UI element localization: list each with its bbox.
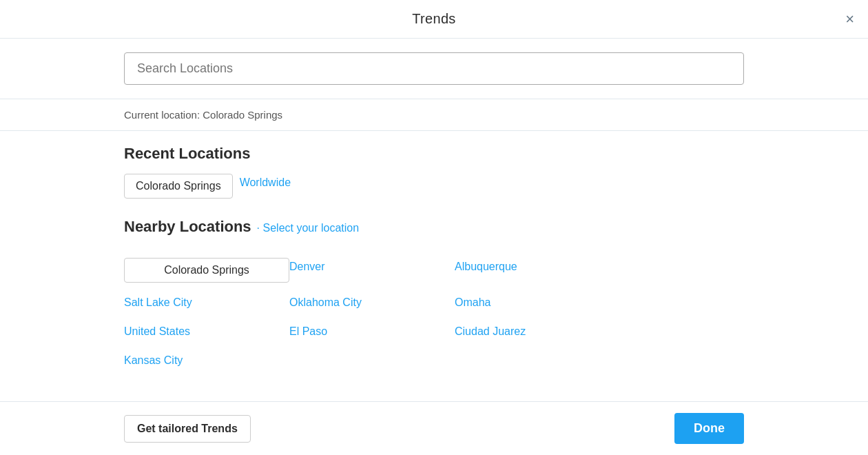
- nearby-location-el-paso[interactable]: El Paso: [289, 323, 455, 341]
- nearby-section: Nearby Locations · Select your location …: [124, 218, 744, 370]
- nearby-location-albuquerque[interactable]: Albuquerque: [455, 258, 620, 283]
- current-location-bar: Current location: Colorado Springs: [0, 99, 868, 131]
- close-button[interactable]: ×: [845, 12, 854, 27]
- modal-title: Trends: [412, 11, 455, 27]
- recent-location-tags: Colorado Springs Worldwide: [124, 174, 744, 199]
- nearby-location-denver[interactable]: Denver: [289, 258, 455, 283]
- nearby-location-salt-lake-city[interactable]: Salt Lake City: [124, 294, 289, 312]
- search-area: [0, 39, 868, 99]
- nearby-location-kansas-city[interactable]: Kansas City: [124, 352, 289, 370]
- recent-section-title: Recent Locations: [124, 145, 744, 163]
- modal-header: Trends ×: [0, 0, 868, 39]
- trends-modal: Trends × Current location: Colorado Spri…: [0, 0, 868, 455]
- nearby-location-colorado-springs[interactable]: Colorado Springs: [124, 258, 289, 283]
- recent-location-colorado-springs[interactable]: Colorado Springs: [124, 174, 233, 199]
- nearby-location-omaha[interactable]: Omaha: [455, 294, 620, 312]
- main-content: Recent Locations Colorado Springs Worldw…: [0, 131, 868, 401]
- recent-location-worldwide[interactable]: Worldwide: [240, 174, 291, 199]
- current-location-text: Current location: Colorado Springs: [124, 109, 282, 121]
- nearby-section-subtitle: · Select your location: [257, 222, 360, 234]
- nearby-location-united-states[interactable]: United States: [124, 323, 289, 341]
- tailored-trends-button[interactable]: Get tailored Trends: [124, 415, 251, 443]
- search-input[interactable]: [124, 52, 744, 85]
- nearby-location-ciudad-juarez[interactable]: Ciudad Juarez: [455, 323, 620, 341]
- nearby-section-title: Nearby Locations: [124, 218, 251, 236]
- nearby-location-oklahoma-city[interactable]: Oklahoma City: [289, 294, 455, 312]
- nearby-location-grid: Colorado Springs Denver Albuquerque Salt…: [124, 258, 744, 370]
- nearby-title-row: Nearby Locations · Select your location: [124, 218, 744, 247]
- modal-footer: Get tailored Trends Done: [0, 401, 868, 455]
- recent-section: Recent Locations Colorado Springs Worldw…: [124, 145, 744, 199]
- done-button[interactable]: Done: [674, 413, 744, 444]
